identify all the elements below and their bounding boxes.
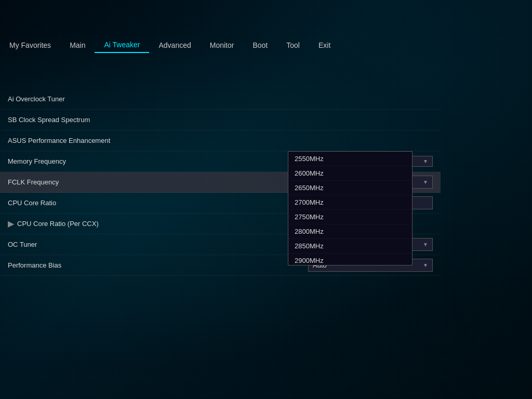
- left-panel: Target CPU Speed : 3800MHz Target DRAM F…: [0, 54, 441, 383]
- nav-tool[interactable]: Tool: [277, 37, 309, 53]
- setting-label: Performance Bias: [8, 261, 308, 269]
- nav-monitor[interactable]: Monitor: [201, 37, 244, 53]
- nav-boot[interactable]: Boot: [243, 37, 277, 53]
- nav-my-favorites[interactable]: My Favorites: [0, 37, 60, 53]
- nav-ai-tweaker[interactable]: Ai Tweaker: [95, 37, 149, 53]
- setting-asus-performance[interactable]: ASUS Performance Enhancement: [0, 130, 441, 151]
- dropdown-item[interactable]: 2600MHz: [288, 166, 412, 181]
- setting-label: OC Tuner: [8, 241, 308, 248]
- dropdown-arrow-icon: ▼: [423, 158, 428, 164]
- setting-label: ASUS Performance Enhancement: [8, 137, 433, 144]
- dropdown-arrow-icon: ▼: [423, 179, 428, 185]
- dropdown-item[interactable]: 2900MHz: [288, 254, 412, 265]
- memory-freq-dropdown-overlay[interactable]: 2550MHz 2600MHz 2650MHz 2700MHz 2750MHz …: [288, 151, 413, 265]
- setting-ai-overclock[interactable]: Ai Overclock Tuner: [0, 89, 441, 110]
- dropdown-item[interactable]: 2750MHz: [288, 210, 412, 224]
- setting-label: Ai Overclock Tuner: [8, 95, 433, 103]
- dropdown-item[interactable]: 2850MHz: [288, 239, 412, 254]
- setting-label: FCLK Frequency: [8, 178, 308, 186]
- expand-icon: ▶: [8, 219, 14, 229]
- dropdown-arrow-icon: ▼: [423, 262, 428, 268]
- setting-sb-clock[interactable]: SB Clock Spread Spectrum: [0, 110, 441, 130]
- dropdown-item[interactable]: 2550MHz: [288, 152, 412, 166]
- settings-list: Ai Overclock Tuner SB Clock Spread Spect…: [0, 89, 441, 357]
- dropdown-item[interactable]: 2700MHz: [288, 195, 412, 210]
- dropdown-item[interactable]: 2650MHz: [288, 181, 412, 195]
- nav-advanced[interactable]: Advanced: [149, 37, 200, 53]
- dropdown-item[interactable]: 2800MHz: [288, 224, 412, 239]
- setting-label: CPU Core Ratio: [8, 199, 308, 207]
- setting-label: SB Clock Spread Spectrum: [8, 116, 433, 124]
- dropdown-arrow-icon: ▼: [423, 242, 428, 247]
- nav-exit[interactable]: Exit: [309, 37, 340, 53]
- setting-label: Memory Frequency: [8, 157, 308, 165]
- nav-main[interactable]: Main: [60, 37, 95, 53]
